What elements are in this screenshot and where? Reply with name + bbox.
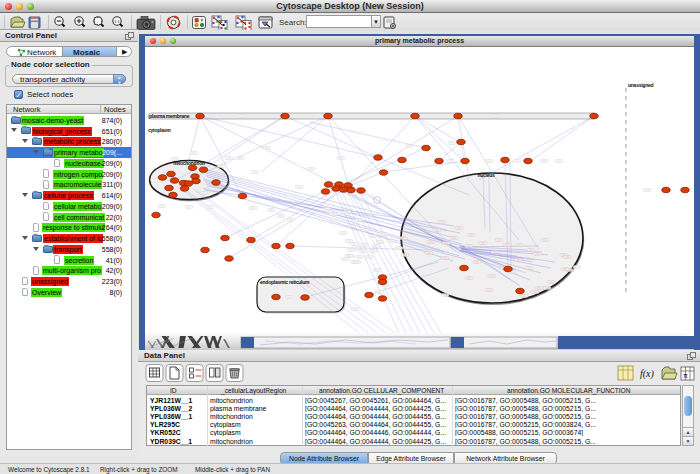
svg-text:nucleus: nucleus bbox=[477, 172, 495, 178]
svg-text:unassigned: unassigned bbox=[628, 82, 653, 88]
svg-text:f(x): f(x) bbox=[640, 368, 655, 380]
svg-text:cytoplasm: cytoplasm bbox=[148, 127, 171, 133]
svg-text:1:1: 1:1 bbox=[114, 19, 120, 24]
svg-text:endoplasmic reticulum: endoplasmic reticulum bbox=[260, 279, 310, 285]
svg-text:π: π bbox=[683, 372, 688, 379]
svg-text:plasma membrane: plasma membrane bbox=[149, 113, 190, 119]
svg-text:mitochondrion: mitochondrion bbox=[173, 160, 205, 166]
